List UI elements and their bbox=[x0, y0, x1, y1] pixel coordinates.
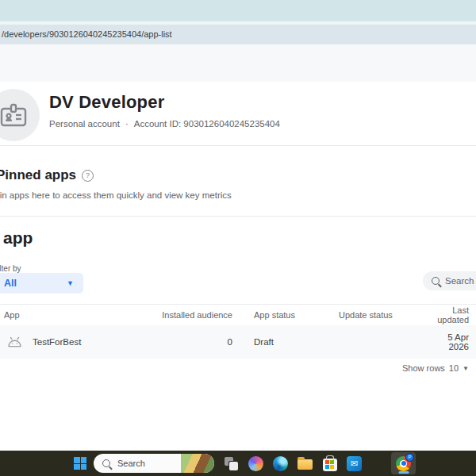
search-button-label: Search by app name bbox=[445, 276, 476, 286]
search-highlight-image bbox=[181, 454, 214, 473]
pinned-apps-title: Pinned apps bbox=[0, 167, 76, 183]
search-icon bbox=[432, 277, 440, 285]
table-row[interactable]: TestForBest 0 Draft 5 Apr 2026 bbox=[0, 325, 476, 359]
edge-icon bbox=[273, 456, 288, 471]
copilot-button[interactable] bbox=[244, 452, 268, 474]
section-divider bbox=[0, 216, 476, 217]
filter-all-dropdown[interactable]: All ▼ bbox=[0, 273, 83, 294]
page-top-band bbox=[0, 44, 476, 82]
microsoft-store-icon bbox=[323, 459, 337, 471]
outlook-icon: ✉ bbox=[347, 456, 362, 471]
id-badge-icon bbox=[0, 102, 28, 128]
column-header-update-status[interactable]: Update status bbox=[339, 310, 430, 320]
teams-icon bbox=[371, 456, 387, 470]
installed-audience-cell: 0 bbox=[159, 337, 235, 347]
search-icon bbox=[102, 459, 110, 467]
app-status-cell: Draft bbox=[235, 337, 339, 347]
chevron-down-icon: ▼ bbox=[463, 365, 469, 372]
developer-subtitle: Personal account · Account ID: 903012604… bbox=[49, 119, 280, 129]
account-id: Account ID: 9030126040245235404 bbox=[134, 119, 280, 129]
column-header-app-status[interactable]: App status bbox=[235, 310, 339, 320]
show-rows-selector[interactable]: Show rows 10 ▼ bbox=[402, 363, 469, 373]
app-name: TestForBest bbox=[33, 337, 81, 347]
chrome-profile-badge: P bbox=[405, 453, 414, 462]
edge-button[interactable] bbox=[268, 452, 293, 474]
chevron-down-icon: ▼ bbox=[67, 279, 74, 287]
task-view-icon bbox=[225, 457, 238, 470]
account-type: Personal account bbox=[49, 119, 120, 129]
search-apps-button[interactable]: Search by app name bbox=[423, 271, 476, 290]
windows-taskbar: Search ✉ bbox=[0, 451, 476, 476]
outlook-button[interactable]: ✉ bbox=[342, 452, 367, 474]
app-name-cell[interactable]: TestForBest bbox=[0, 336, 159, 347]
table-header-row: App Installed audience App status Update… bbox=[0, 304, 476, 325]
task-view-button[interactable] bbox=[219, 452, 244, 474]
windows-logo-icon bbox=[74, 457, 80, 463]
browser-tab-strip bbox=[0, 0, 476, 21]
microsoft-store-button[interactable] bbox=[317, 452, 342, 474]
folder-icon bbox=[298, 459, 313, 470]
taskbar-pinned-apps: ✉ P bbox=[219, 452, 416, 474]
developer-name: DV Developer bbox=[49, 92, 164, 113]
android-app-placeholder-icon bbox=[6, 336, 23, 347]
file-explorer-button[interactable] bbox=[293, 452, 317, 474]
pinned-apps-description: Pin apps here to access them quickly and… bbox=[0, 190, 232, 200]
browser-url-bar[interactable]: /developers/9030126040245235404/app-list bbox=[0, 25, 476, 44]
taskbar-search-box[interactable]: Search bbox=[94, 454, 214, 473]
teams-button[interactable] bbox=[367, 452, 391, 474]
chrome-button[interactable]: P bbox=[391, 452, 416, 474]
column-header-app[interactable]: App bbox=[0, 310, 159, 320]
pinned-apps-heading: Pinned apps ? bbox=[0, 167, 94, 183]
section-divider bbox=[0, 145, 476, 146]
copilot-icon bbox=[248, 456, 263, 471]
last-updated-cell: 5 Apr 2026 bbox=[430, 332, 476, 351]
taskbar-search-label: Search bbox=[117, 459, 145, 468]
screen: /developers/9030126040245235404/app-list… bbox=[0, 0, 476, 476]
filter-value: All bbox=[0, 278, 17, 289]
help-icon[interactable]: ? bbox=[82, 170, 94, 182]
url-text: /developers/9030126040245235404/app-list bbox=[0, 29, 172, 39]
start-button[interactable] bbox=[74, 457, 86, 470]
apps-section-title: app bbox=[3, 228, 33, 248]
column-header-last-updated[interactable]: Last updated bbox=[430, 305, 476, 324]
apps-table: App Installed audience App status Update… bbox=[0, 304, 476, 359]
play-console-page: DV Developer Personal account · Account … bbox=[0, 44, 476, 451]
show-rows-label: Show rows bbox=[402, 363, 445, 373]
show-rows-value: 10 bbox=[449, 363, 459, 373]
active-app-indicator bbox=[398, 471, 409, 474]
developer-avatar bbox=[0, 89, 40, 141]
filter-by-label: Filter by bbox=[0, 264, 21, 273]
subtitle-separator: · bbox=[125, 119, 129, 129]
column-header-installed-audience[interactable]: Installed audience bbox=[159, 310, 235, 320]
